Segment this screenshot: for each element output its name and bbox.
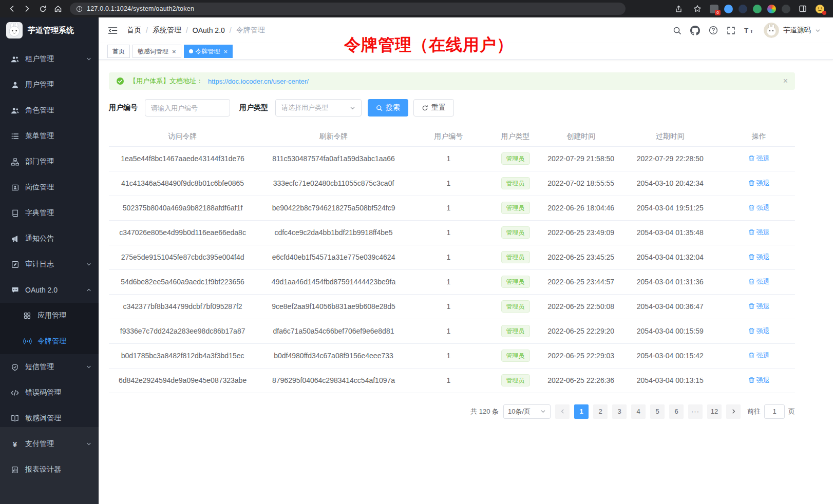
browser-back-icon[interactable] bbox=[5, 2, 18, 15]
user-id-input[interactable] bbox=[145, 99, 230, 117]
browser-address-bar[interactable]: 127.0.0.1:1024/system/oauth2/token bbox=[70, 3, 626, 15]
page-size-select[interactable]: 10条/页 bbox=[503, 404, 551, 419]
sidebar-item-post[interactable]: 岗位管理 bbox=[0, 175, 99, 200]
chevron-down-icon bbox=[86, 441, 91, 447]
browser-forward-icon[interactable] bbox=[21, 2, 34, 15]
search-button[interactable]: 搜索 bbox=[368, 99, 408, 117]
sidebar-item-oauth[interactable]: OAuth 2.0 bbox=[0, 277, 99, 303]
sidebar-item-pay[interactable]: ¥支付管理 bbox=[0, 431, 99, 457]
table-row: 54d6be82ee5a460a9aedc1f9bf22365649d1aa46… bbox=[109, 269, 795, 294]
user-menu[interactable]: 芋道源码 bbox=[764, 23, 821, 38]
pagination-ellipsis[interactable]: ··· bbox=[688, 404, 703, 419]
extension-icon-3[interactable] bbox=[739, 5, 747, 13]
help-icon[interactable] bbox=[709, 26, 718, 35]
extension-icon-2[interactable] bbox=[724, 5, 733, 13]
cell-refresh-token: b0df4980ffd34c67a08f9156e4eee733 bbox=[256, 343, 411, 368]
page-button-6[interactable]: 6 bbox=[669, 404, 684, 419]
tab-close-icon[interactable]: × bbox=[224, 48, 228, 55]
breadcrumb: 首页/系统管理/OAuth 2.0/令牌管理 bbox=[127, 26, 265, 35]
cell-access-token: 54d6be82ee5a460a9aedc1f9bf223656 bbox=[109, 269, 256, 294]
sidebar-item-dict[interactable]: 字典管理 bbox=[0, 200, 99, 226]
tab-token[interactable]: 令牌管理× bbox=[184, 45, 233, 58]
force-logout-button[interactable]: 强退 bbox=[748, 326, 770, 336]
user-type-tag: 管理员 bbox=[501, 350, 530, 362]
force-logout-button[interactable]: 强退 bbox=[748, 277, 770, 286]
page-button-4[interactable]: 4 bbox=[631, 404, 646, 419]
page-button-5[interactable]: 5 bbox=[650, 404, 665, 419]
sidebar-item-label: 审计日志 bbox=[25, 260, 81, 269]
sidebar-item-user[interactable]: 用户管理 bbox=[0, 72, 99, 98]
alert-close-icon[interactable]: × bbox=[783, 76, 788, 86]
font-size-icon[interactable]: TT bbox=[744, 26, 755, 34]
sidebar-item-errcode[interactable]: 错误码管理 bbox=[0, 380, 99, 405]
cell-access-token: 502375b8040a469a9b82188afdf6af1f bbox=[109, 196, 256, 220]
tab-sensitive-word[interactable]: 敏感词管理× bbox=[132, 45, 181, 58]
force-logout-button[interactable]: 强退 bbox=[748, 376, 770, 385]
force-logout-button[interactable]: 强退 bbox=[748, 253, 770, 262]
share-icon[interactable] bbox=[672, 2, 685, 15]
app-logo[interactable]: 芋道管理系统 bbox=[0, 17, 99, 43]
next-page-button[interactable] bbox=[726, 404, 741, 419]
force-logout-button[interactable]: 强退 bbox=[748, 302, 770, 311]
cell-user-id: 1 bbox=[411, 319, 486, 343]
chevron-down-icon bbox=[86, 262, 91, 267]
user-type-select[interactable]: 请选择用户类型 bbox=[275, 99, 362, 117]
tab-label: 敏感词管理 bbox=[138, 47, 168, 56]
sidebar-item-tenant[interactable]: 租户管理 bbox=[0, 46, 99, 72]
bookmark-star-icon[interactable] bbox=[691, 2, 704, 15]
page-button-3[interactable]: 3 bbox=[612, 404, 627, 419]
force-logout-button[interactable]: 强退 bbox=[748, 228, 770, 237]
chevron-down-icon bbox=[540, 409, 546, 414]
page-button-1[interactable]: 1 bbox=[574, 404, 589, 419]
tab-close-icon[interactable]: × bbox=[172, 48, 176, 55]
force-logout-button[interactable]: 强退 bbox=[748, 154, 770, 163]
role-icon bbox=[10, 106, 20, 115]
cell-user-type: 管理员 bbox=[486, 294, 545, 319]
doc-link[interactable]: https://doc.iocoder.cn/user-center/ bbox=[208, 77, 309, 85]
fullscreen-icon[interactable] bbox=[727, 26, 735, 35]
tab-home[interactable]: 首页 bbox=[107, 45, 130, 58]
force-logout-button[interactable]: 强退 bbox=[748, 203, 770, 212]
browser-home-icon[interactable] bbox=[51, 2, 65, 15]
breadcrumb-item[interactable]: OAuth 2.0 bbox=[193, 26, 225, 34]
sidebar-item-audit[interactable]: 审计日志 bbox=[0, 251, 99, 277]
reset-button-label: 重置 bbox=[431, 103, 446, 112]
prev-page-button[interactable] bbox=[555, 404, 570, 419]
pagination: 共 120 条 10条/页 123456···12 前往 页 bbox=[109, 404, 795, 419]
sidebar-item-label: 部门管理 bbox=[25, 157, 91, 166]
cell-actions: 强退 bbox=[723, 171, 795, 196]
cell-created-time: 2022-06-25 23:49:09 bbox=[544, 220, 617, 245]
sidebar-item-app[interactable]: 应用管理 bbox=[0, 303, 99, 328]
cell-created-time: 2022-07-02 18:55:55 bbox=[544, 171, 617, 196]
sidebar-item-sensitive[interactable]: 敏感词管理 bbox=[0, 405, 99, 431]
sidebar-item-token[interactable]: 令牌管理 bbox=[0, 328, 99, 354]
sidebar-item-sms[interactable]: 短信管理 bbox=[0, 354, 99, 380]
search-icon[interactable] bbox=[673, 26, 681, 35]
trash-icon bbox=[748, 278, 755, 285]
reset-button[interactable]: 重置 bbox=[413, 99, 454, 117]
extension-icon-4[interactable] bbox=[753, 5, 762, 13]
site-info-icon[interactable] bbox=[76, 6, 83, 12]
github-icon[interactable] bbox=[690, 26, 700, 35]
sidebar-item-report[interactable]: 报表设计器 bbox=[0, 457, 99, 482]
sidebar-item-menu[interactable]: 菜单管理 bbox=[0, 123, 99, 149]
browser-reload-icon[interactable] bbox=[36, 2, 49, 15]
breadcrumb-item[interactable]: 系统管理 bbox=[153, 26, 181, 35]
page-button-12[interactable]: 12 bbox=[707, 404, 722, 419]
trash-icon bbox=[748, 204, 755, 211]
side-panel-icon[interactable] bbox=[796, 2, 809, 15]
sidebar-item-notice[interactable]: 通知公告 bbox=[0, 226, 99, 251]
force-logout-button[interactable]: 强退 bbox=[748, 351, 770, 360]
trash-icon bbox=[748, 327, 755, 334]
collapse-sidebar-icon[interactable] bbox=[108, 27, 118, 34]
force-logout-button[interactable]: 强退 bbox=[748, 179, 770, 188]
extension-icon-5[interactable] bbox=[767, 5, 776, 13]
breadcrumb-item[interactable]: 首页 bbox=[127, 26, 141, 35]
sidebar-item-role[interactable]: 角色管理 bbox=[0, 98, 99, 123]
extension-icon-6[interactable] bbox=[782, 5, 790, 13]
sidebar-item-dept[interactable]: 部门管理 bbox=[0, 149, 99, 175]
page-button-2[interactable]: 2 bbox=[593, 404, 608, 419]
extension-icon-1[interactable]: 0 bbox=[710, 5, 718, 13]
goto-page-input[interactable] bbox=[764, 404, 785, 419]
browser-profile-avatar[interactable] bbox=[815, 4, 825, 14]
